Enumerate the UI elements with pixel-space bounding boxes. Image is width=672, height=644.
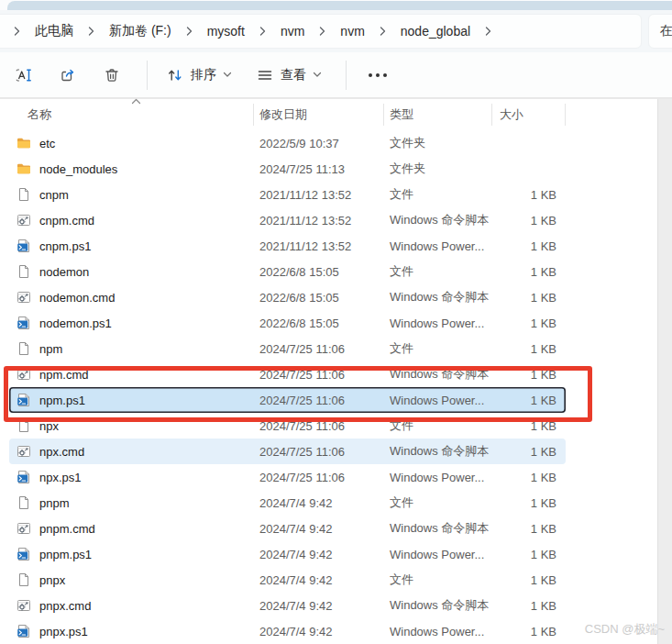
file-explorer-window: 此电脑 新加卷 (F:) mysoft nvm nvm node_global …: [0, 0, 672, 644]
sort-ascending-caret-icon: [131, 98, 141, 105]
file-size: 1 KB: [492, 342, 566, 356]
file-name: nodemon: [39, 265, 89, 279]
chevron-down-icon: [313, 72, 322, 78]
file-row[interactable]: pnpm.cmd 2024/7/4 9:42 Windows 命令脚本 1 KB: [9, 516, 566, 541]
file-row[interactable]: cnpm.ps1 2021/11/12 13:52 Windows Power.…: [9, 233, 566, 259]
chevron-right-icon[interactable]: [318, 26, 326, 37]
file-name: npx.cmd: [39, 445, 84, 459]
view-label: 查看: [281, 67, 306, 83]
delete-button[interactable]: [94, 59, 130, 92]
file-icon: [17, 572, 31, 587]
file-date-modified: 2024/7/25 11:06: [254, 419, 384, 433]
file-row[interactable]: nodemon.cmd 2022/6/8 15:05 Windows 命令脚本 …: [9, 284, 566, 310]
file-row[interactable]: pnpx.ps1 2024/7/4 9:42 Windows Power... …: [9, 618, 566, 644]
file-type: Windows Power...: [384, 394, 492, 407]
file-name: cnpm.cmd: [39, 214, 94, 228]
file-row[interactable]: node_modules 2024/7/25 11:13 文件夹: [9, 156, 566, 182]
file-row[interactable]: nodemon.ps1 2022/6/8 15:05 Windows Power…: [9, 310, 566, 336]
vertical-scrollbar[interactable]: [657, 99, 672, 644]
file-type: Windows 命令脚本: [384, 212, 492, 228]
file-row[interactable]: npm.cmd 2024/7/25 11:06 Windows 命令脚本 1 K…: [9, 361, 566, 387]
file-row[interactable]: cnpm 2021/11/12 13:52 文件 1 KB: [9, 182, 566, 207]
file-date-modified: 2024/7/4 9:42: [254, 522, 384, 536]
file-name-cell: cnpm.cmd: [9, 213, 254, 228]
file-type: Windows Power...: [384, 471, 492, 484]
column-header-size[interactable]: 大小: [492, 104, 566, 126]
file-size: 1 KB: [492, 188, 566, 202]
chevron-right-icon[interactable]: [484, 26, 492, 37]
breadcrumb-item-drive[interactable]: 新加卷 (F:): [102, 19, 179, 43]
file-type: Windows 命令脚本: [384, 520, 492, 537]
chevron-right-icon[interactable]: [13, 26, 21, 37]
file-name-cell: npm: [9, 341, 254, 356]
column-header-date-modified[interactable]: 修改日期: [254, 104, 384, 126]
file-row[interactable]: nodemon 2022/6/8 15:05 文件 1 KB: [9, 259, 566, 284]
file-row[interactable]: npx 2024/7/25 11:06 文件 1 KB: [9, 413, 566, 439]
cmd-icon: [17, 444, 31, 459]
explorer-tab[interactable]: [7, 1, 672, 10]
address-bar[interactable]: 此电脑 新加卷 (F:) mysoft nvm nvm node_global: [0, 14, 642, 49]
column-header-name[interactable]: 名称: [9, 104, 254, 126]
file-row[interactable]: npm 2024/7/25 11:06 文件 1 KB: [9, 336, 566, 361]
chevron-right-icon[interactable]: [185, 26, 193, 37]
file-date-modified: 2024/7/4 9:42: [254, 496, 384, 510]
file-name-cell: etc: [9, 136, 254, 150]
file-row[interactable]: pnpm 2024/7/4 9:42 文件 1 KB: [9, 490, 566, 516]
file-date-modified: 2021/11/12 13:52: [254, 188, 384, 202]
file-name-cell: npx: [9, 418, 254, 433]
share-button[interactable]: [50, 59, 86, 92]
file-row[interactable]: npx.ps1 2024/7/25 11:06 Windows Power...…: [9, 464, 566, 490]
file-type: 文件: [384, 263, 492, 280]
chevron-right-icon[interactable]: [259, 26, 267, 37]
rename-button[interactable]: [6, 59, 42, 92]
file-date-modified: 2021/11/12 13:52: [254, 239, 384, 253]
file-date-modified: 2021/11/12 13:52: [254, 214, 384, 228]
file-date-modified: 2024/7/25 11:06: [254, 394, 384, 407]
file-size: 1 KB: [492, 419, 566, 433]
file-size: 1 KB: [492, 265, 566, 279]
file-type: Windows 命令脚本: [384, 597, 492, 614]
breadcrumb-item-mysoft[interactable]: mysoft: [200, 20, 252, 42]
file-date-modified: 2024/7/25 11:06: [254, 445, 384, 459]
file-row[interactable]: pnpx 2024/7/4 9:42 文件 1 KB: [9, 567, 566, 593]
file-row[interactable]: etc 2022/5/9 10:37 文件夹: [9, 130, 566, 156]
file-size: 1 KB: [492, 599, 566, 613]
file-row[interactable]: npx.cmd 2024/7/25 11:06 Windows 命令脚本 1 K…: [9, 439, 566, 464]
breadcrumb-item-this-pc[interactable]: 此电脑: [28, 19, 81, 43]
file-name: pnpm: [39, 496, 70, 510]
cmd-icon: [17, 290, 31, 305]
file-type: 文件夹: [384, 135, 492, 151]
rename-icon: [14, 66, 34, 84]
file-date-modified: 2024/7/25 11:06: [254, 471, 384, 484]
file-size: 1 KB: [492, 394, 566, 407]
sort-button[interactable]: 排序: [157, 59, 241, 92]
breadcrumb-item-nvm-2[interactable]: nvm: [333, 20, 371, 42]
file-name: nodemon.ps1: [39, 316, 112, 330]
file-row[interactable]: cnpm.cmd 2021/11/12 13:52 Windows 命令脚本 1…: [9, 207, 566, 233]
chevron-right-icon[interactable]: [87, 26, 95, 37]
view-button[interactable]: 查看: [247, 59, 331, 92]
file-size: 1 KB: [492, 548, 566, 561]
file-size: 1 KB: [492, 214, 566, 228]
file-name-cell: pnpx.ps1: [9, 624, 254, 638]
file-icon: [17, 187, 31, 202]
file-date-modified: 2024/7/25 11:13: [254, 162, 384, 176]
file-name: pnpx: [39, 573, 65, 587]
search-input[interactable]: 在: [648, 14, 672, 49]
file-name-cell: pnpm.ps1: [9, 547, 254, 561]
file-name-cell: npm.ps1: [9, 393, 254, 407]
chevron-right-icon[interactable]: [379, 26, 387, 37]
file-row[interactable]: npm.ps1 2024/7/25 11:06 Windows Power...…: [9, 387, 566, 413]
file-size: 1 KB: [492, 445, 566, 459]
breadcrumb-item-nvm[interactable]: nvm: [273, 20, 312, 42]
file-row[interactable]: pnpm.ps1 2024/7/4 9:42 Windows Power... …: [9, 541, 566, 567]
file-name-cell: pnpx: [9, 572, 254, 587]
file-type: 文件: [384, 572, 492, 588]
breadcrumb-item-node-global[interactable]: node_global: [393, 20, 478, 42]
file-name: cnpm: [39, 188, 69, 202]
file-row[interactable]: pnpx.cmd 2024/7/4 9:42 Windows 命令脚本 1 KB: [9, 593, 566, 618]
more-options-button[interactable]: [359, 59, 396, 92]
ps1-icon: [17, 393, 31, 407]
column-header-type[interactable]: 类型: [384, 104, 492, 126]
file-name-cell: npx.cmd: [9, 444, 254, 459]
